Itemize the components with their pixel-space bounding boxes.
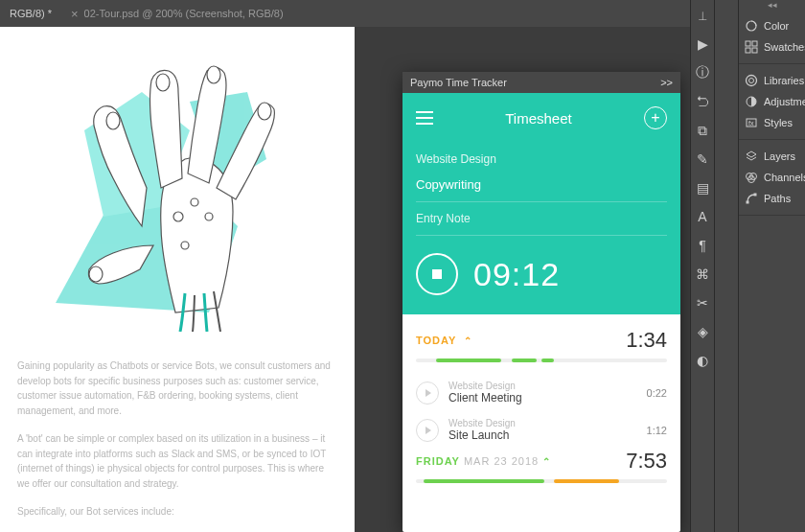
panel-label: Layers	[764, 150, 795, 162]
svg-rect-23	[754, 194, 757, 197]
ruler-icon[interactable]: ⟂	[695, 8, 710, 23]
glyph-icon[interactable]: ⌘	[695, 266, 710, 282]
svg-point-4	[89, 266, 103, 282]
type-icon[interactable]: A	[695, 209, 710, 224]
day-label[interactable]: FRIDAYMAR 23 2018⌃	[416, 455, 551, 467]
panel-styles[interactable]: fxStyles	[739, 112, 805, 133]
chevron-up-icon: ⌃	[464, 335, 472, 346]
para-icon[interactable]: ¶	[695, 238, 710, 253]
entry-task: Client Meeting	[448, 391, 637, 405]
chevron-up-icon: ⌃	[542, 456, 551, 467]
stop-timer-button[interactable]	[416, 253, 458, 295]
panel-libraries[interactable]: Libraries	[739, 70, 805, 91]
hist-icon[interactable]: ⮌	[695, 94, 710, 109]
paragraph: Gaining popularity as Chatbots or servic…	[17, 359, 337, 418]
svg-point-14	[747, 76, 757, 86]
info-icon[interactable]: ⓘ	[695, 65, 710, 81]
panel-channels[interactable]: Channels	[739, 167, 805, 188]
paragraph: Specifically, our Bot services include:	[17, 504, 337, 520]
svg-rect-11	[752, 41, 757, 46]
svg-point-2	[207, 66, 220, 83]
svg-point-6	[191, 198, 198, 206]
doc-tab-inactive[interactable]: × 02-Tour.psd @ 200% (Screenshot, RGB/8)	[61, 0, 293, 27]
layers-icon	[745, 150, 758, 163]
tab-label: RGB/8) *	[10, 8, 52, 19]
document-canvas[interactable]: Gaining popularity as Chatbots or servic…	[0, 27, 355, 532]
panel-label: Channels	[764, 172, 805, 183]
expand-panels-icon[interactable]: ◂◂	[739, 0, 805, 10]
svg-point-8	[181, 242, 189, 249]
play-icon[interactable]	[416, 419, 439, 442]
clone-icon[interactable]: ⧉	[695, 123, 710, 138]
color-icon	[745, 19, 758, 33]
timer-value: 09:12	[473, 256, 560, 293]
icon-rail-right	[714, 0, 738, 532]
panel-dock: ◂◂ ColorSwatchesLibrariesAdjustment…fxSt…	[738, 0, 805, 532]
panel-layers[interactable]: Layers	[739, 146, 805, 167]
svg-point-7	[205, 213, 213, 220]
svg-rect-22	[747, 201, 749, 204]
task-field[interactable]: Copywriting	[416, 172, 667, 197]
entry-project: Website Design	[448, 418, 637, 428]
timeline-bar	[416, 479, 667, 483]
svg-rect-13	[752, 48, 757, 53]
play-icon[interactable]: ▶	[695, 36, 710, 52]
tab-label: 02-Tour.psd @ 200% (Screenshot, RGB/8)	[84, 8, 284, 19]
paymo-active-timer-panel: Timesheet + Website Design Copywriting E…	[402, 93, 680, 314]
day-total: 7:53	[626, 449, 667, 474]
panel-label: Styles	[764, 117, 793, 128]
channels-icon	[745, 171, 758, 184]
paymo-screen-title: Timesheet	[505, 110, 571, 127]
entry-duration: 1:12	[647, 425, 667, 436]
panel-label: Adjustment…	[764, 96, 805, 107]
panel-label: Paths	[764, 193, 791, 204]
paymo-entries-list: TODAY⌃1:34Website DesignClient Meeting0:…	[402, 314, 680, 508]
time-entry-row[interactable]: Website DesignSite Launch1:12	[416, 411, 667, 449]
svg-point-15	[749, 79, 754, 83]
adjust-icon	[745, 95, 758, 108]
panel-label: Libraries	[764, 75, 804, 86]
brush-icon[interactable]: ✎	[695, 151, 710, 167]
logo-icon[interactable]: ◐	[695, 353, 710, 368]
add-entry-button[interactable]: +	[644, 106, 667, 129]
panel-label: Swatches	[764, 41, 805, 53]
paragraph: A 'bot' can be simple or complex based o…	[17, 431, 337, 491]
panel-swatches[interactable]: Swatches	[739, 36, 805, 58]
panel-color[interactable]: Color	[739, 15, 805, 36]
gradient-icon[interactable]: ▤	[695, 180, 710, 196]
paymo-titlebar[interactable]: Paymo Time Tracker >>	[402, 72, 680, 93]
icon-rail-left: ⟂▶ⓘ⮌⧉✎▤A¶⌘✂◈◐	[690, 0, 714, 532]
libraries-icon	[745, 74, 758, 87]
entry-note-input[interactable]: Entry Note	[416, 206, 667, 231]
collapse-icon[interactable]: >>	[660, 77, 673, 88]
menu-icon[interactable]	[416, 111, 433, 125]
entry-task: Site Launch	[448, 428, 637, 442]
cube-icon[interactable]: ◈	[695, 324, 710, 339]
timeline-bar	[416, 359, 667, 362]
svg-point-5	[173, 212, 183, 221]
panel-paths[interactable]: Paths	[739, 188, 805, 209]
panel-label: Color	[764, 20, 789, 32]
paymo-time-tracker-window: Paymo Time Tracker >> Timesheet + Websit…	[402, 72, 680, 532]
illustration-robotic-hand	[17, 44, 334, 332]
svg-point-0	[106, 112, 120, 129]
document-tabs: RGB/8) * × 02-Tour.psd @ 200% (Screensho…	[0, 0, 690, 27]
close-icon[interactable]: ×	[71, 7, 79, 21]
paymo-window-title: Paymo Time Tracker	[410, 77, 507, 88]
play-icon[interactable]	[416, 382, 439, 405]
svg-point-1	[156, 74, 170, 91]
doc-tab-active[interactable]: RGB/8) *	[0, 0, 61, 27]
entry-project: Website Design	[448, 381, 637, 391]
stop-icon	[432, 269, 442, 279]
tool-icon[interactable]: ✂	[695, 295, 710, 311]
paths-icon	[745, 192, 758, 205]
svg-rect-12	[746, 48, 750, 53]
project-field[interactable]: Website Design	[416, 147, 667, 172]
styles-icon: fx	[745, 116, 758, 129]
day-label[interactable]: TODAY⌃	[416, 335, 472, 346]
panel-adjust[interactable]: Adjustment…	[739, 91, 805, 112]
swatches-icon	[745, 40, 758, 54]
time-entry-row[interactable]: Website DesignClient Meeting0:22	[416, 374, 667, 411]
svg-point-3	[258, 103, 271, 120]
document-body-text: Gaining popularity as Chatbots or servic…	[17, 359, 337, 532]
